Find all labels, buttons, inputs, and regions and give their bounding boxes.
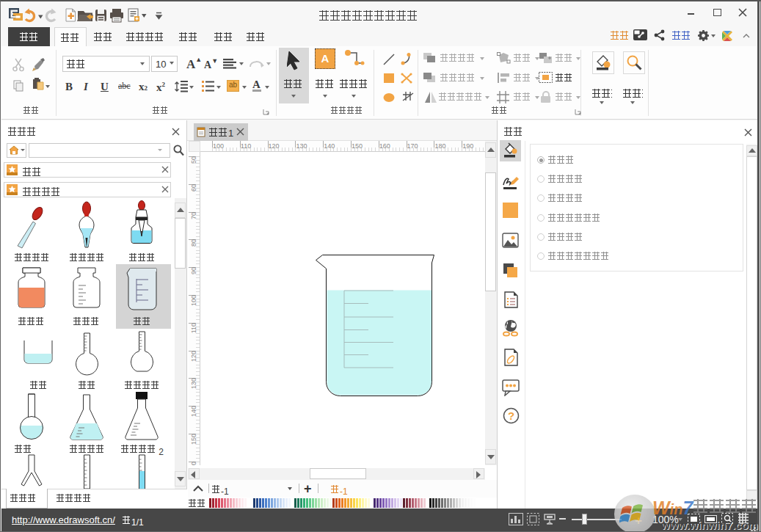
svg-text:?: ? <box>508 409 514 422</box>
